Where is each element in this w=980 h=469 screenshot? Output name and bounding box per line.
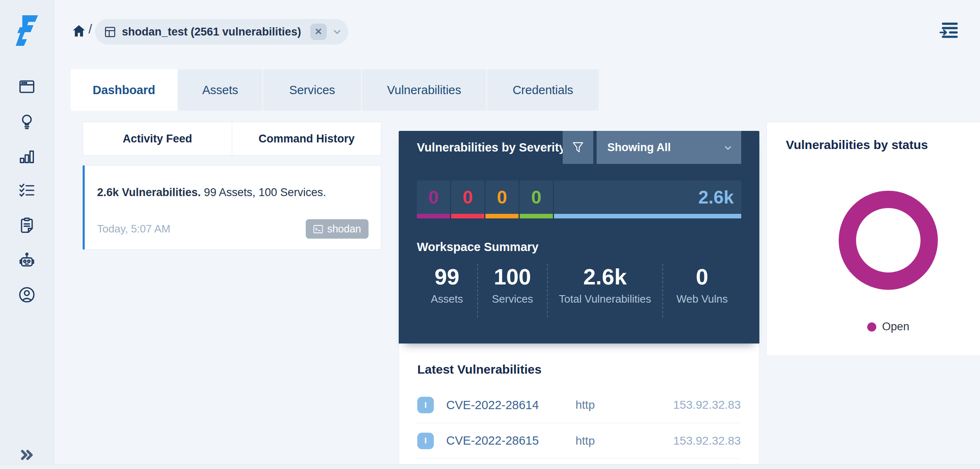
home-button[interactable] xyxy=(72,24,86,40)
workspace-tab[interactable]: Services xyxy=(263,69,362,111)
activity-tab[interactable]: Activity Feed xyxy=(83,122,232,155)
sidebar-item-agents[interactable] xyxy=(17,251,37,270)
home-icon xyxy=(72,24,86,38)
severity-color-bar xyxy=(554,214,741,218)
workspace-summary-title: Workspace Summary xyxy=(417,240,741,254)
feed-item-detail: 99 Assets, 100 Services. xyxy=(201,186,326,199)
legend-label-open: Open xyxy=(882,320,909,333)
vulnerability-target-ip: 153.92.32.83 xyxy=(642,434,741,448)
chevron-down-icon xyxy=(723,143,733,153)
severity-count: 0 xyxy=(520,180,553,214)
sidebar xyxy=(0,0,54,469)
lightbulb-icon xyxy=(18,113,36,131)
workspace-tab[interactable]: Dashboard xyxy=(71,69,178,111)
bottom-scroll-track xyxy=(0,464,980,469)
stat-value: 99 xyxy=(435,264,459,289)
severity-color-bar xyxy=(520,214,553,218)
feed-item-footer: Today, 5:07 AM shodan xyxy=(97,219,369,239)
status-legend: Open xyxy=(786,320,980,333)
severity-filter-dropdown[interactable]: Showing All xyxy=(597,131,741,164)
donut-ring xyxy=(835,187,942,294)
severity-cell[interactable]: 0 xyxy=(417,180,450,218)
tab-label: Credentials xyxy=(513,83,573,97)
stat-value: 2.6k xyxy=(583,264,627,289)
workspace-tab[interactable]: Vulnerabilities xyxy=(362,69,487,111)
workspace-chip[interactable]: shodan_test (2561 vulnerabilities) ✕ xyxy=(95,19,348,45)
faraday-logo[interactable] xyxy=(15,15,39,48)
feed-item-vuln-count: 2.6k Vulnerabilities. xyxy=(97,186,201,199)
latest-vulnerabilities-title: Latest Vulnerabilities xyxy=(417,343,741,377)
severity-count: 0 xyxy=(417,180,450,214)
severity-count: 2.6k xyxy=(554,180,741,214)
sidebar-item-knowledge-base[interactable] xyxy=(17,112,37,132)
sidebar-item-account[interactable] xyxy=(17,285,37,305)
vulnerability-name[interactable]: CVE-2022-28615 xyxy=(446,434,539,448)
legend-dot-open xyxy=(867,322,876,332)
severity-panel: Vulnerabilities by Severity Showing All … xyxy=(399,131,759,343)
severity-summary-bar: 0 0 0 0 2.6k xyxy=(417,180,741,218)
sidebar-item-planner[interactable] xyxy=(17,180,37,200)
workspace-tab[interactable]: Assets xyxy=(178,69,263,111)
activity-feed-item[interactable]: 2.6k Vulnerabilities. 99 Assets, 100 Ser… xyxy=(83,165,381,250)
vulnerability-name[interactable]: CVE-2022-28614 xyxy=(446,398,539,412)
latest-vulnerabilities-panel: Latest Vulnerabilities I CVE-2022-28614 … xyxy=(399,343,759,469)
filter-funnel-icon xyxy=(571,141,585,154)
sidebar-item-workspaces[interactable] xyxy=(17,77,37,97)
sidebar-item-reports[interactable] xyxy=(17,216,37,235)
severity-color-bar xyxy=(451,214,484,218)
severity-cell[interactable]: 0 xyxy=(451,180,484,218)
chevron-down-icon xyxy=(332,26,343,37)
window-icon xyxy=(18,78,36,96)
workspace-dropdown-caret[interactable] xyxy=(332,26,343,37)
summary-stat: 2.6k Total Vulnerabilities xyxy=(547,264,662,317)
activity-tab[interactable]: Command History xyxy=(232,122,381,155)
status-donut-chart xyxy=(786,187,980,294)
workspace-grid-icon xyxy=(104,26,116,38)
task-list-icon xyxy=(18,181,36,199)
terminal-icon xyxy=(313,225,323,234)
activity-column: Activity Feed Command History 2.6k Vulne… xyxy=(83,122,381,250)
close-icon: ✕ xyxy=(314,26,322,37)
severity-color-bar xyxy=(417,214,450,218)
workspace-close-button[interactable]: ✕ xyxy=(310,24,327,40)
breadcrumb-separator: / xyxy=(88,21,92,37)
feed-item-timestamp: Today, 5:07 AM xyxy=(97,223,170,235)
vulnerability-service: http xyxy=(576,434,642,448)
tab-label: Assets xyxy=(202,83,238,97)
workspace-summary-stats: 99 Assets 100 Services 2.6k Total Vulner… xyxy=(417,264,741,317)
main-menu-button[interactable] xyxy=(939,21,959,41)
bar-chart-icon xyxy=(18,147,36,165)
workspace-tabs: Dashboard Assets Services Vulnerabilitie… xyxy=(71,69,599,111)
workspace-chip-label: shodan_test (2561 vulnerabilities) xyxy=(122,26,301,38)
stat-label: Web Vulns xyxy=(676,293,728,306)
expand-sidebar-button[interactable] xyxy=(17,445,37,465)
summary-stat: 100 Services xyxy=(477,264,547,317)
activity-tab-label: Activity Feed xyxy=(123,133,192,145)
sidebar-item-analytics[interactable] xyxy=(17,146,37,166)
summary-stat: 0 Web Vulns xyxy=(662,264,741,317)
activity-tabbar: Activity Feed Command History xyxy=(83,122,381,156)
tool-badge[interactable]: shodan xyxy=(306,219,369,239)
menu-indent-icon xyxy=(939,21,959,40)
vulnerability-list: I CVE-2022-28614 http 153.92.32.83 I CVE… xyxy=(417,387,741,469)
stat-value: 100 xyxy=(494,264,531,289)
severity-count: 0 xyxy=(451,180,484,214)
status-panel: Vulnerabilities by status Open xyxy=(766,122,980,356)
stat-label: Assets xyxy=(431,293,463,306)
severity-cell[interactable]: 0 xyxy=(520,180,553,218)
severity-filter-button[interactable] xyxy=(563,131,593,164)
workspace-tab[interactable]: Credentials xyxy=(487,69,599,111)
severity-cell[interactable]: 0 xyxy=(485,180,519,218)
severity-filter-value: Showing All xyxy=(597,131,741,164)
feed-item-summary: 2.6k Vulnerabilities. 99 Assets, 100 Ser… xyxy=(97,186,369,199)
vulnerability-row[interactable]: I CVE-2022-28615 http 153.92.32.83 xyxy=(417,423,741,458)
vulnerability-row[interactable]: I CVE-2022-28614 http 153.92.32.83 xyxy=(417,387,741,423)
tab-label: Vulnerabilities xyxy=(387,83,461,97)
summary-stat: 99 Assets xyxy=(417,264,477,317)
activity-tab-label: Command History xyxy=(259,133,355,145)
severity-panel-header: Vulnerabilities by Severity Showing All xyxy=(417,131,741,164)
severity-badge-info: I xyxy=(417,397,434,413)
stat-value: 0 xyxy=(696,264,708,289)
severity-cell[interactable]: 2.6k xyxy=(554,180,741,218)
tab-label: Dashboard xyxy=(93,83,155,97)
